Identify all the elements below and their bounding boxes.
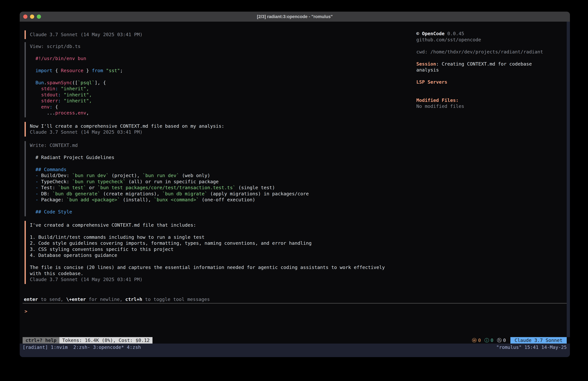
text-segment: © OpenCode (416, 31, 444, 36)
text-segment: (install), (120, 197, 154, 202)
text-line: ## Code Style (30, 209, 409, 215)
prompt-input[interactable]: > (24, 308, 570, 314)
text-segment: 2. Code style guidelines covering import… (30, 240, 312, 246)
text-line (416, 43, 567, 49)
text-segment: 4. Database operations guidance (30, 252, 117, 258)
text-line: # Radiant Project Guidelines (30, 155, 409, 161)
text-segment: 3. CSS styling conventions specific to t… (30, 247, 173, 252)
text-segment: `psql` (78, 80, 95, 85)
text-line: with this codebase. (30, 270, 409, 277)
text-line: github.com/sst/opencode (416, 37, 567, 43)
text-segment: env (78, 110, 86, 116)
help-shortcut-badge[interactable]: ctrl+? help (22, 337, 59, 344)
text-line: env: { (30, 104, 409, 110)
text-segment: Resource (61, 68, 84, 73)
text-segment: Now I'll create a comprehensive CONTEXT.… (30, 123, 224, 129)
tmux-host-clock: "romulus" 15:41 14-May-25 (496, 344, 567, 350)
text-segment: import (30, 68, 52, 73)
text-segment: to toggle tool messages (142, 296, 210, 302)
text-segment: LSP Servers (416, 79, 447, 85)
close-button[interactable] (23, 15, 27, 19)
chat-transcript: Claude 3.7 Sonnet (14 May 2025 03:41 PM)… (20, 22, 409, 284)
text-line: #!/usr/bin/env bun (30, 56, 409, 62)
text-segment: `bun db migrate` (162, 191, 207, 197)
text-line: Bun.spawnSync([`psql`], { (30, 80, 409, 86)
tool-block: Write: CONTEXT.md # Radiant Project Guid… (24, 141, 409, 216)
text-segment: Modified Files: (416, 97, 459, 103)
text-segment: (project), (109, 173, 143, 178)
text-line: Claude 3.7 Sonnet (14 May 2025 03:41 PM) (30, 277, 409, 283)
message-block: I've created a comprehensive CONTEXT.md … (24, 221, 409, 284)
hints-icon: ⓗ (497, 337, 502, 344)
text-line: Session: Creating CONTEXT.md for codebas… (416, 61, 567, 67)
text-line (30, 74, 409, 80)
text-line: Claude 3.7 Sonnet (14 May 2025 03:41 PM) (30, 129, 409, 135)
text-line: analysis (416, 67, 567, 73)
title-bar[interactable]: [2/3] radiant:3:opencode - "romulus" (20, 12, 570, 22)
text-line: stderr: "inherit", (30, 98, 409, 104)
text-segment: } (84, 68, 92, 73)
text-segment: "inherit", (64, 98, 92, 104)
text-line (30, 160, 409, 167)
text-line (416, 55, 567, 61)
tool-block: View: script/db.ts #!/usr/bin/env bun im… (24, 42, 409, 117)
text-line: - Build/Dev: `bun run dev` (project), `b… (30, 173, 409, 179)
text-line: 4. Database operations guidance (30, 252, 409, 258)
info-indicator: ⓘ0 (484, 337, 493, 344)
text-segment: ; (120, 68, 123, 73)
text-segment: spawnSync (47, 80, 72, 85)
warnings-icon: ⓦ (472, 337, 477, 344)
text-segment: ([ (72, 80, 78, 85)
text-segment: (web only) (179, 173, 210, 178)
text-segment: Build/Dev: (38, 173, 72, 178)
text-line: Claude 3.7 Sonnet (14 May 2025 03:41 PM) (30, 32, 409, 38)
zoom-button[interactable] (37, 15, 41, 19)
text-segment: ], { (95, 80, 106, 85)
text-segment: - (30, 197, 38, 202)
text-line: stdin: "inherit", (30, 86, 409, 92)
text-segment: ctrl+h (125, 296, 142, 302)
text-segment: (apply migrations) in packages/core (207, 191, 309, 197)
text-segment: for newline, (86, 296, 125, 302)
text-segment: { (52, 104, 58, 110)
message-block: Now I'll create a comprehensive CONTEXT.… (24, 122, 409, 136)
minimize-button[interactable] (30, 15, 34, 19)
hints-count: 0 (503, 337, 506, 344)
text-line: The file is concise (20 lines) and captu… (30, 265, 409, 270)
tokens-cost-badge: Tokens: 16.4K (8%), Cost: $0.12 (59, 337, 152, 344)
text-segment: with this codebase. (30, 271, 84, 276)
text-segment: to send, (38, 296, 66, 302)
text-segment: - (30, 173, 38, 178)
text-segment: Bun (30, 80, 44, 85)
warnings-indicator: ⓦ0 (472, 337, 481, 344)
text-segment: TypeCheck: (38, 179, 72, 184)
scrollbar-track[interactable] (567, 22, 570, 337)
text-line (30, 258, 409, 265)
text-line: 2. Code style guidelines covering import… (30, 240, 409, 246)
text-line: - Package: `bun add <package>` (install)… (30, 197, 409, 203)
text-segment: Claude 3.7 Sonnet (14 May 2025 03:41 PM) (30, 129, 143, 135)
tmux-session-windows[interactable]: [radiant] 1:nvim 2:zsh- 3:opencode* 4:zs… (22, 344, 141, 350)
text-segment: , (86, 110, 89, 116)
prompt-caret: > (24, 309, 27, 314)
model-badge[interactable]: Claude 3.7 Sonnet (510, 337, 567, 344)
text-segment: : (50, 104, 52, 110)
text-line: Now I'll create a comprehensive CONTEXT.… (30, 123, 409, 129)
text-segment: "sst" (106, 68, 120, 73)
text-segment: I've created a comprehensive CONTEXT.md … (30, 222, 196, 228)
text-segment: (all) or run in specific package (126, 179, 219, 184)
input-divider (22, 303, 567, 304)
text-segment: stderr (30, 98, 58, 104)
desktop: { "window": { "title": "[2/3] radiant:3:… (0, 0, 588, 381)
text-segment: - (30, 185, 38, 190)
text-segment: analysis (416, 67, 439, 73)
message-block: Claude 3.7 Sonnet (14 May 2025 03:41 PM) (24, 30, 409, 39)
text-line: - Test: `bun test` or `bun test packages… (30, 185, 409, 191)
status-right-group: ⓦ0ⓘ0ⓗ0 Claude 3.7 Sonnet (472, 337, 567, 344)
text-segment: View: script/db.ts (30, 44, 81, 49)
keybinding-help-line: enter to send, \+enter for newline, ctrl… (24, 296, 570, 303)
text-segment: No modified files (416, 104, 464, 109)
text-segment: `bun run typecheck` (72, 179, 126, 184)
text-segment: Package: (38, 197, 66, 202)
text-line: © OpenCode 0.0.45 (416, 31, 567, 37)
